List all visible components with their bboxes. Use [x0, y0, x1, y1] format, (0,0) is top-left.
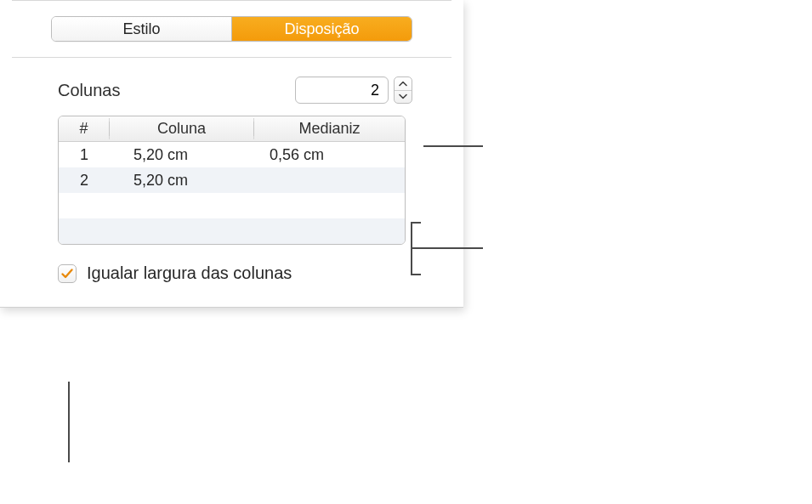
- layout-inspector-panel: Estilo Disposição Colunas # Coluna Media…: [0, 0, 463, 308]
- cell-column[interactable]: 5,20 cm: [110, 144, 254, 166]
- cell-num: 2: [59, 170, 110, 191]
- callout-line: [411, 247, 483, 249]
- callout-line: [411, 222, 421, 224]
- tab-layout-label: Disposição: [284, 20, 359, 38]
- cell-column[interactable]: 5,20 cm: [110, 170, 254, 191]
- divider: [12, 0, 451, 1]
- columns-row: Colunas: [0, 58, 463, 116]
- equal-width-label: Igualar largura das colunas: [87, 263, 292, 283]
- equal-width-row: Igualar largura das colunas: [0, 245, 463, 307]
- check-icon: [60, 267, 74, 280]
- chevron-down-icon: [399, 93, 407, 99]
- tab-layout[interactable]: Disposição: [231, 17, 412, 41]
- table-header: # Coluna Medianiz: [59, 116, 405, 142]
- table-row[interactable]: 1 5,20 cm 0,56 cm: [59, 142, 405, 167]
- segmented-control: Estilo Disposição: [51, 16, 412, 42]
- callout-line: [411, 274, 421, 275]
- stepper-up-button[interactable]: [395, 77, 412, 90]
- tab-style[interactable]: Estilo: [52, 17, 231, 41]
- header-gutter[interactable]: Medianiz: [254, 118, 405, 139]
- columns-table: # Coluna Medianiz 1 5,20 cm 0,56 cm 2 5,…: [58, 116, 406, 245]
- columns-label: Colunas: [58, 81, 120, 100]
- callout-line: [423, 145, 483, 147]
- table-row[interactable]: 2 5,20 cm: [59, 167, 405, 193]
- cell-gutter[interactable]: [254, 178, 405, 182]
- table-body: 1 5,20 cm 0,56 cm 2 5,20 cm: [59, 142, 405, 244]
- stepper-down-button[interactable]: [395, 90, 412, 104]
- header-column[interactable]: Coluna: [110, 118, 254, 139]
- cell-num: 1: [59, 144, 110, 166]
- columns-input[interactable]: [295, 76, 389, 104]
- tab-style-label: Estilo: [122, 20, 160, 38]
- callout-line: [68, 382, 70, 462]
- columns-stepper: [394, 76, 412, 104]
- chevron-up-icon: [399, 81, 407, 87]
- cell-gutter[interactable]: 0,56 cm: [254, 144, 405, 166]
- equal-width-checkbox[interactable]: [58, 264, 77, 283]
- table-row-empty: [59, 218, 405, 244]
- columns-stepper-group: [295, 76, 412, 104]
- header-num[interactable]: #: [59, 118, 110, 139]
- table-row-empty: [59, 193, 405, 218]
